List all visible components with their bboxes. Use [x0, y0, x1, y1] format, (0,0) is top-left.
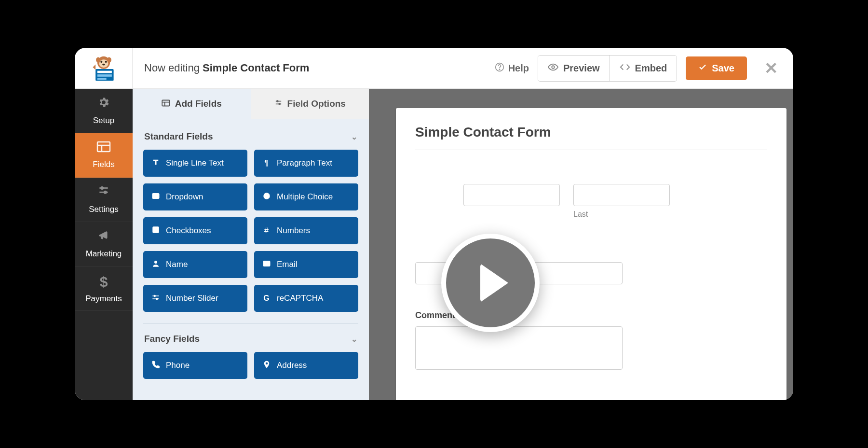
svg-rect-8 [97, 71, 111, 73]
sidebar-item-marketing[interactable]: Marketing [75, 222, 133, 266]
divider [143, 323, 358, 324]
embed-label: Embed [635, 63, 667, 74]
gear-icon [97, 96, 110, 112]
play-icon [480, 264, 508, 302]
standard-fields-grid: Single Line Text ¶ Paragraph Text Dropdo… [143, 150, 358, 312]
field-single-line-text[interactable]: Single Line Text [143, 150, 247, 177]
sidebar-item-fields[interactable]: Fields [75, 133, 133, 178]
sidebar-label-setup: Setup [93, 116, 114, 126]
svg-point-13 [552, 66, 555, 69]
radio-icon [262, 192, 271, 202]
sidebar-item-setup[interactable]: Setup [75, 89, 133, 133]
sliders-sm-icon [274, 98, 283, 109]
save-button[interactable]: Save [686, 56, 747, 80]
dollar-icon: $ [100, 274, 108, 290]
svg-point-18 [101, 187, 103, 189]
svg-point-20 [104, 191, 106, 193]
field-label: Multiple Choice [277, 192, 333, 202]
preview-embed-group: Preview Embed [538, 55, 677, 82]
standard-fields-header[interactable]: Standard Fields ⌄ [143, 125, 358, 150]
help-label: Help [508, 63, 529, 74]
fancy-fields-title: Fancy Fields [144, 334, 200, 344]
help-button[interactable]: Help [495, 62, 529, 74]
field-recaptcha[interactable]: G reCAPTCHA [254, 285, 358, 312]
field-phone[interactable]: Phone [143, 352, 247, 379]
google-icon: G [262, 294, 271, 303]
svg-point-27 [279, 103, 280, 105]
field-label: Email [277, 260, 298, 269]
field-label: reCAPTCHA [277, 294, 323, 303]
last-name-input[interactable] [573, 184, 670, 206]
sidebar: Setup Fields Settings Marketing [75, 89, 133, 400]
first-name-input[interactable] [463, 184, 560, 206]
field-email[interactable]: Email [254, 251, 358, 278]
close-button[interactable]: ✕ [756, 58, 780, 78]
field-label: Phone [166, 361, 190, 370]
fields-panel: Add Fields Field Options Standard Fields… [133, 89, 369, 400]
sidebar-label-settings: Settings [89, 205, 118, 214]
code-icon [620, 62, 630, 75]
sliders-icon [97, 185, 110, 201]
check-icon [698, 63, 707, 74]
svg-rect-9 [97, 74, 111, 77]
svg-point-12 [499, 69, 500, 69]
field-label: Paragraph Text [277, 158, 332, 168]
field-dropdown[interactable]: Dropdown [143, 183, 247, 210]
sidebar-label-fields: Fields [93, 160, 114, 169]
field-name[interactable]: Name [143, 251, 247, 278]
user-icon [151, 259, 160, 270]
standard-fields-title: Standard Fields [144, 131, 213, 142]
field-label: Numbers [277, 226, 310, 236]
editing-label: Now editing Simple Contact Form [133, 62, 495, 74]
sidebar-item-payments[interactable]: $ Payments [75, 266, 133, 311]
svg-point-35 [154, 295, 155, 297]
field-paragraph-text[interactable]: ¶ Paragraph Text [254, 150, 358, 177]
hash-icon: # [262, 226, 271, 235]
checkbox-icon [151, 225, 160, 236]
field-number-slider[interactable]: Number Slider [143, 285, 247, 312]
chevron-down-icon: ⌄ [351, 132, 357, 141]
dropdown-icon [151, 192, 160, 202]
field-label: Checkboxes [166, 226, 211, 236]
field-address[interactable]: Address [254, 352, 358, 379]
save-label: Save [712, 63, 734, 74]
tab-field-options[interactable]: Field Options [251, 89, 369, 119]
sidebar-label-marketing: Marketing [86, 249, 122, 259]
pin-icon [262, 360, 271, 371]
sidebar-item-settings[interactable]: Settings [75, 178, 133, 222]
field-label: Name [166, 260, 188, 269]
embed-button[interactable]: Embed [610, 56, 677, 81]
field-checkboxes[interactable]: Checkboxes [143, 217, 247, 244]
svg-point-37 [156, 298, 157, 300]
preview-label: Preview [563, 63, 600, 74]
text-icon [151, 158, 160, 168]
form-canvas: Simple Contact Form Last Comment or Mess… [369, 89, 793, 400]
editing-form-name: Simple Contact Form [203, 62, 309, 74]
tab-options-label: Field Options [287, 98, 346, 109]
preview-button[interactable]: Preview [538, 56, 610, 81]
app-logo [75, 48, 133, 89]
svg-point-6 [102, 64, 105, 66]
field-multiple-choice[interactable]: Multiple Choice [254, 183, 358, 210]
comment-textarea[interactable] [415, 326, 623, 370]
field-label: Single Line Text [166, 158, 224, 168]
svg-point-32 [154, 261, 157, 264]
field-numbers[interactable]: # Numbers [254, 217, 358, 244]
fancy-fields-header[interactable]: Fancy Fields ⌄ [143, 327, 358, 352]
tab-add-fields[interactable]: Add Fields [133, 89, 251, 119]
form-title: Simple Contact Form [415, 125, 767, 150]
editing-prefix: Now editing [144, 62, 200, 74]
bullhorn-icon [97, 229, 110, 245]
svg-point-30 [265, 195, 268, 197]
tab-add-label: Add Fields [175, 98, 222, 109]
envelope-icon [262, 259, 271, 270]
sliders-h-icon [151, 293, 160, 304]
layout-icon [96, 141, 111, 156]
play-video-button[interactable] [441, 234, 540, 332]
sidebar-label-payments: Payments [85, 294, 122, 304]
svg-point-25 [277, 100, 278, 102]
name-field-row: Last [463, 184, 767, 219]
svg-point-5 [105, 61, 107, 63]
field-label: Dropdown [166, 192, 203, 202]
paragraph-icon: ¶ [262, 159, 271, 168]
